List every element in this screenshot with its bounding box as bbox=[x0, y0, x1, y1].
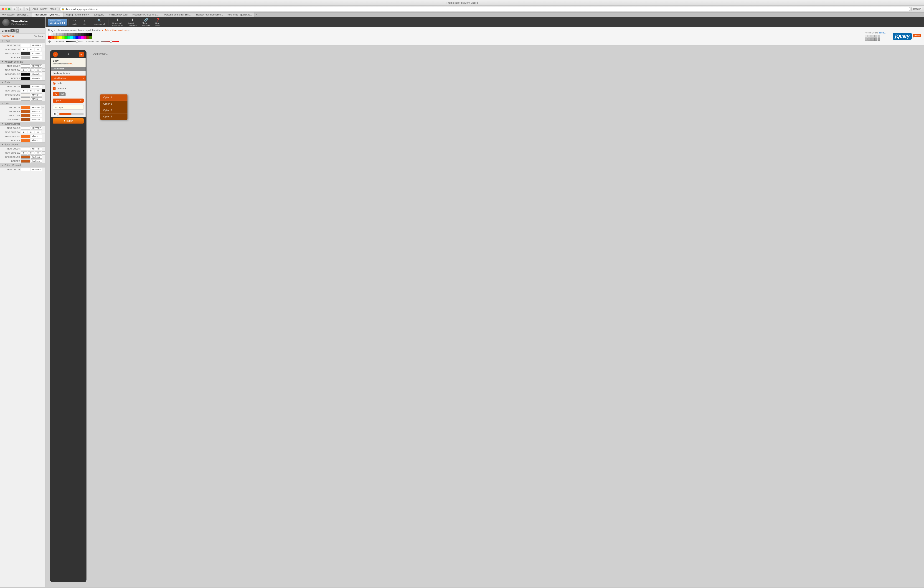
page-bg-swatch[interactable] bbox=[21, 52, 30, 55]
color-orange[interactable] bbox=[54, 36, 56, 39]
color-22[interactable] bbox=[84, 33, 86, 36]
hf-ts-y[interactable] bbox=[28, 69, 34, 72]
tab-surrey[interactable]: Surrey, BC bbox=[91, 13, 107, 17]
recent-9[interactable] bbox=[874, 38, 877, 41]
minimize-button[interactable] bbox=[5, 8, 7, 10]
mobile-home-icon[interactable]: ⌂ bbox=[53, 52, 58, 57]
hf-text-color-swatch[interactable] bbox=[21, 64, 30, 68]
slider-handle[interactable] bbox=[69, 113, 71, 115]
back-button[interactable]: ‹ bbox=[12, 7, 17, 11]
mobile-button[interactable]: ★ Button bbox=[53, 118, 84, 124]
recent-2[interactable] bbox=[868, 35, 871, 38]
body-text-color-swatch[interactable] bbox=[21, 85, 30, 88]
color-green[interactable] bbox=[64, 36, 68, 39]
color-mint[interactable] bbox=[68, 36, 70, 39]
mobile-select[interactable]: Option 1 ▼ bbox=[53, 99, 84, 103]
btn-hover-ts-y[interactable] bbox=[28, 152, 34, 155]
help-button[interactable]: ❓ Help center bbox=[153, 17, 162, 27]
lightness-slider[interactable] bbox=[66, 41, 84, 42]
hf-ts-color-swatch[interactable] bbox=[42, 69, 46, 72]
tab-personal[interactable]: Personal and Small Busin... bbox=[162, 13, 194, 17]
bookmark-yahoo[interactable]: Yahoo! bbox=[50, 8, 56, 10]
adobe-link[interactable]: Adobe Kuler swatches bbox=[105, 29, 127, 31]
page-ts-y[interactable] bbox=[28, 48, 34, 51]
btn-hover-text-swatch[interactable] bbox=[21, 147, 30, 150]
dropdown-item-3[interactable]: Option 3 bbox=[100, 107, 127, 114]
section-body[interactable]: ▼ Body bbox=[0, 80, 45, 85]
color-dd[interactable] bbox=[54, 33, 56, 36]
mobile-slider[interactable] bbox=[59, 113, 84, 115]
tab-themeroller[interactable]: ThemeRoller | jQuery Mobile bbox=[32, 13, 64, 17]
btn-normal-ts-b[interactable] bbox=[35, 131, 41, 134]
btn-normal-border-swatch[interactable] bbox=[21, 139, 30, 142]
link-visited-swatch[interactable] bbox=[21, 118, 30, 121]
add-swatch-button[interactable]: + bbox=[15, 29, 19, 33]
recent-10[interactable] bbox=[878, 38, 880, 41]
color-red[interactable] bbox=[48, 36, 51, 39]
color-88[interactable] bbox=[68, 33, 70, 36]
recent-1[interactable] bbox=[865, 35, 868, 38]
page-ts-b[interactable] bbox=[35, 48, 41, 51]
bookmark-disney[interactable]: Disney bbox=[41, 8, 48, 10]
btn-hover-bg-swatch[interactable] bbox=[21, 155, 30, 159]
color-yellow[interactable] bbox=[59, 36, 62, 39]
recent-7[interactable] bbox=[868, 38, 871, 41]
color-amber[interactable] bbox=[56, 36, 59, 39]
color-white[interactable] bbox=[48, 33, 51, 36]
color-rose[interactable] bbox=[84, 36, 86, 39]
body-bg-swatch[interactable] bbox=[21, 93, 30, 97]
color-magenta[interactable] bbox=[81, 36, 84, 39]
tab-maps[interactable]: Maps | Tourism Surrey bbox=[64, 13, 91, 17]
btn-hover-ts-color[interactable] bbox=[42, 152, 46, 155]
hf-ts-x[interactable] bbox=[21, 69, 27, 72]
color-lime[interactable] bbox=[62, 36, 64, 39]
btn-normal-text-swatch[interactable] bbox=[21, 127, 30, 130]
hf-ts-b[interactable] bbox=[35, 69, 41, 72]
add-swatch-button[interactable]: Add swatch... bbox=[91, 50, 111, 582]
section-btn-hover[interactable]: ▼ Button: Hover bbox=[0, 142, 45, 147]
body-border-swatch[interactable] bbox=[21, 97, 30, 100]
mobile-text-input[interactable] bbox=[53, 105, 84, 110]
body-ts-x[interactable] bbox=[21, 89, 27, 92]
hf-bg-swatch[interactable] bbox=[21, 72, 30, 76]
color-00[interactable] bbox=[89, 33, 92, 36]
btn-normal-ts-y[interactable] bbox=[28, 131, 34, 134]
btn-hover-ts-b[interactable] bbox=[35, 152, 41, 155]
btn-normal-ts-color[interactable] bbox=[42, 131, 46, 134]
mobile-linked-item[interactable]: Linked list item › bbox=[51, 76, 86, 81]
page-ts-color-swatch[interactable] bbox=[42, 48, 46, 51]
page-ts-x[interactable] bbox=[21, 48, 27, 51]
color-44[interactable] bbox=[78, 33, 81, 36]
section-btn-normal[interactable]: ▼ Button: Normal bbox=[0, 122, 45, 126]
tabs-more[interactable]: » bbox=[254, 13, 259, 17]
btn-hover-ts-x[interactable] bbox=[21, 152, 27, 155]
btn-normal-ts-x[interactable] bbox=[21, 131, 27, 134]
body-ts-y[interactable] bbox=[28, 89, 34, 92]
color-olive[interactable] bbox=[89, 36, 92, 39]
page-border-swatch[interactable] bbox=[21, 56, 30, 59]
tab-hex[interactable]: #c45c1b hex color bbox=[107, 13, 130, 17]
color-violet[interactable] bbox=[78, 36, 81, 39]
color-11[interactable] bbox=[86, 33, 89, 36]
dropdown-item-2[interactable]: Option 2 bbox=[100, 101, 127, 107]
inspector-button[interactable]: 🔍 Inspector off bbox=[91, 18, 107, 26]
reader-button[interactable]: Reader bbox=[911, 7, 922, 11]
btn-pressed-text-swatch[interactable] bbox=[21, 168, 30, 171]
import-button[interactable]: ⬆ Import or upgrade bbox=[126, 17, 139, 27]
page-text-color-swatch[interactable] bbox=[21, 44, 30, 47]
colors-link[interactable]: colors... bbox=[879, 31, 886, 34]
tab-wp-access[interactable]: WP–Access – ghyder@alli... bbox=[0, 13, 32, 17]
jquery-version-button[interactable]: jQuery Mobile Version 1.4.1 bbox=[48, 19, 67, 26]
share-button[interactable]: 🔗 Share theme link bbox=[140, 17, 152, 27]
section-header-footer[interactable]: ▼ Header/Footer Bar bbox=[0, 59, 45, 64]
btn-normal-bg-swatch[interactable] bbox=[21, 135, 30, 138]
link-active-swatch[interactable] bbox=[21, 114, 30, 117]
add-color-icon[interactable]: ✚ bbox=[48, 40, 51, 43]
address-bar[interactable]: 🔒 themeroller.jquerymobile.com bbox=[59, 7, 910, 11]
recent-4[interactable] bbox=[874, 35, 877, 38]
recent-6[interactable] bbox=[865, 38, 868, 41]
color-cyan[interactable] bbox=[70, 36, 73, 39]
color-bb[interactable] bbox=[59, 33, 62, 36]
saturation-slider[interactable] bbox=[101, 41, 119, 42]
color-cc[interactable] bbox=[56, 33, 59, 36]
